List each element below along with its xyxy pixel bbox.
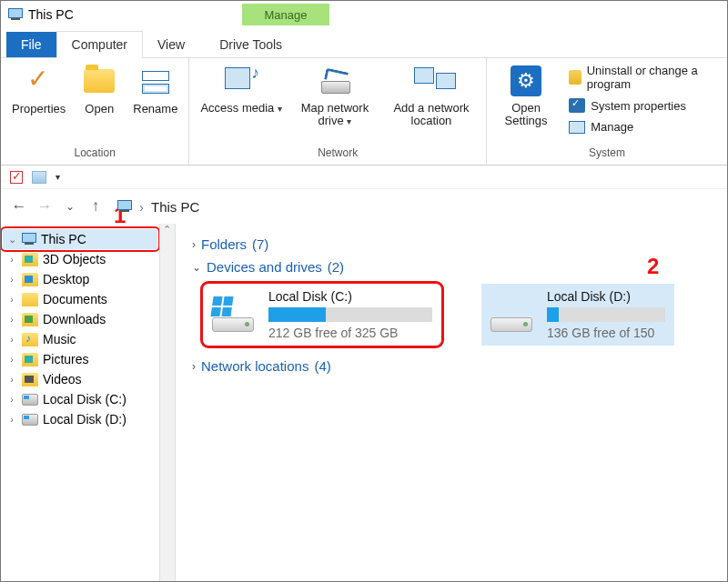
qat-checkbox-icon[interactable]	[10, 171, 23, 184]
nav-up-button[interactable]: ↑	[86, 197, 105, 216]
tree-item-desktop[interactable]: ›Desktop	[3, 269, 157, 289]
open-label: Open	[85, 102, 114, 115]
contextual-tab-manage[interactable]: Manage	[242, 4, 329, 25]
drive-item-d[interactable]: Local Disk (D:) 136 GB free of 150	[481, 284, 674, 346]
access-media-label: Access media	[200, 101, 274, 115]
chevron-right-icon[interactable]: ›	[6, 314, 17, 325]
chevron-right-icon[interactable]: ›	[6, 354, 17, 365]
titlebar: This PC Manage	[1, 1, 727, 28]
ribbon-group-network: Access media ▾ Map network drive ▾ Add a…	[189, 58, 487, 165]
access-media-button[interactable]: Access media ▾	[200, 64, 282, 115]
tree-item-videos[interactable]: ›Videos	[3, 369, 157, 389]
system-properties-button[interactable]: System properties	[569, 98, 705, 113]
address-bar: ← → ⌄ ↑ 1 › This PC	[1, 189, 727, 224]
program-icon	[569, 70, 581, 85]
drive-icon	[487, 295, 536, 335]
map-network-drive-button[interactable]: Map network drive ▾	[295, 64, 375, 128]
annotation-2: 2	[647, 254, 659, 279]
folder-icon	[22, 373, 38, 386]
section-label: Devices and drives	[207, 259, 322, 275]
qat-document-icon[interactable]	[32, 171, 46, 184]
manage-button[interactable]: Manage	[569, 120, 705, 134]
section-label: Network locations	[201, 358, 308, 374]
chevron-right-icon[interactable]: ›	[6, 414, 17, 425]
nav-back-button[interactable]: ←	[10, 197, 28, 216]
section-devices[interactable]: ⌄ Devices and drives (2) 2	[192, 256, 727, 278]
folder-open-icon	[84, 69, 115, 93]
chevron-right-icon[interactable]: ›	[6, 294, 17, 305]
uninstall-button[interactable]: Uninstall or change a program	[569, 64, 705, 91]
monitor-icon	[569, 98, 585, 113]
section-count: (7)	[252, 236, 268, 252]
ribbon-group-location: Properties Open Rename Location	[1, 58, 189, 165]
rename-label: Rename	[133, 102, 177, 115]
open-settings-label: Open Settings	[498, 102, 554, 128]
folder-icon	[22, 273, 38, 286]
rename-button[interactable]: Rename	[133, 64, 177, 115]
tree-label: Downloads	[43, 312, 106, 326]
tab-drive-tools[interactable]: Drive Tools	[205, 32, 297, 57]
add-network-location-button[interactable]: Add a network location	[388, 64, 475, 128]
manage-icon	[569, 121, 585, 134]
map-drive-icon	[318, 68, 352, 94]
tree-item-local-disk-c[interactable]: ›Local Disk (C:)	[3, 389, 157, 409]
drive-usage-bar	[268, 307, 432, 322]
rename-icon	[142, 71, 169, 91]
tree-item-downloads[interactable]: ›Downloads	[3, 309, 157, 329]
properties-button[interactable]: Properties	[12, 64, 66, 115]
chevron-right-icon[interactable]: ›	[6, 394, 17, 405]
drive-free-text: 136 GB free of 150	[547, 326, 665, 340]
tree-label: Music	[43, 332, 76, 346]
chevron-down-icon: ▾	[278, 104, 282, 114]
media-icon	[225, 67, 258, 95]
properties-label: Properties	[12, 102, 66, 115]
gear-icon	[511, 65, 541, 96]
window-title: This PC	[28, 7, 74, 22]
qat-customize-dropdown[interactable]: ▾	[56, 172, 60, 182]
group-label-location: Location	[75, 144, 116, 163]
nav-forward-button[interactable]: →	[35, 197, 54, 216]
chevron-right-icon[interactable]: ›	[6, 274, 17, 285]
drive-icon	[22, 414, 38, 426]
section-label: Folders	[201, 236, 247, 252]
tree-item-pictures[interactable]: ›Pictures	[3, 349, 157, 369]
nav-history-dropdown[interactable]: ⌄	[61, 200, 79, 213]
open-settings-button[interactable]: Open Settings	[498, 64, 554, 128]
chevron-right-icon[interactable]: ›	[6, 254, 17, 265]
drive-item-c[interactable]: Local Disk (C:) 212 GB free of 325 GB	[203, 284, 441, 346]
breadcrumb-separator-icon: ›	[139, 199, 144, 215]
chevron-down-icon[interactable]: ⌄	[6, 234, 17, 246]
section-folders[interactable]: › Folders (7)	[192, 233, 727, 256]
open-button[interactable]: Open	[78, 64, 120, 115]
nav-tree: ⌄ This PC ›3D Objects ›Desktop ›Document…	[1, 224, 160, 581]
manage-label: Manage	[591, 120, 633, 134]
map-drive-label: Map network drive	[301, 101, 369, 127]
drive-icon	[22, 394, 38, 406]
tree-item-music[interactable]: ›Music	[3, 329, 157, 349]
this-pc-icon	[8, 8, 23, 21]
folder-icon	[22, 333, 38, 346]
breadcrumb[interactable]: › This PC	[117, 199, 199, 215]
tree-label: Videos	[43, 372, 82, 386]
tree-label: This PC	[41, 232, 86, 246]
tree-item-documents[interactable]: ›Documents	[3, 289, 157, 309]
section-count: (2)	[328, 259, 344, 275]
drive-icon	[208, 295, 258, 335]
tree-item-3d-objects[interactable]: ›3D Objects	[3, 249, 157, 269]
breadcrumb-root[interactable]: This PC	[151, 199, 199, 215]
tree-label: Local Disk (D:)	[43, 412, 126, 426]
section-network-locations[interactable]: › Network locations (4)	[192, 355, 727, 377]
chevron-right-icon: ›	[192, 360, 196, 373]
tree-item-this-pc[interactable]: ⌄ This PC	[3, 229, 157, 249]
tab-computer[interactable]: Computer	[56, 31, 143, 58]
scrollbar[interactable]	[160, 224, 176, 581]
tab-file[interactable]: File	[6, 32, 56, 57]
group-label-network: Network	[318, 144, 358, 163]
chevron-right-icon[interactable]: ›	[6, 374, 17, 385]
tree-item-local-disk-d[interactable]: ›Local Disk (D:)	[3, 409, 157, 429]
folder-icon	[22, 253, 38, 266]
ribbon-group-system: Open Settings Uninstall or change a prog…	[487, 58, 727, 165]
chevron-right-icon[interactable]: ›	[6, 334, 17, 345]
drive-name: Local Disk (D:)	[547, 289, 665, 304]
tab-view[interactable]: View	[143, 32, 199, 57]
